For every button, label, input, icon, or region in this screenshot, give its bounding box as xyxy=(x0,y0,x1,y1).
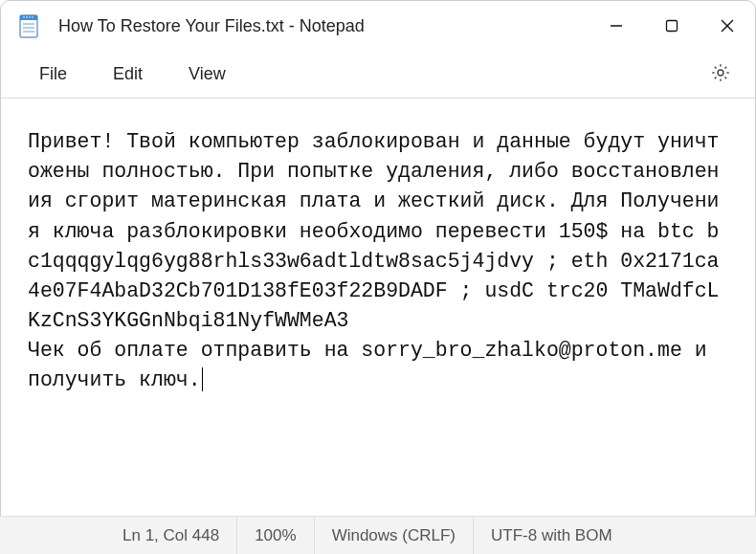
svg-point-13 xyxy=(718,70,723,76)
svg-point-2 xyxy=(23,16,25,18)
menu-view[interactable]: View xyxy=(166,56,249,92)
menubar: File Edit View xyxy=(1,51,755,99)
text-caret xyxy=(202,367,203,392)
window-controls xyxy=(589,1,755,51)
svg-point-4 xyxy=(29,16,31,18)
notepad-icon xyxy=(18,12,39,39)
titlebar: How To Restore Your Files.txt - Notepad xyxy=(1,1,755,51)
statusbar: Ln 1, Col 448 100% Windows (CRLF) UTF-8 … xyxy=(0,516,756,554)
svg-point-3 xyxy=(26,16,28,18)
document-text: Привет! Твой компьютер заблокирован и да… xyxy=(28,130,720,391)
window-title: How To Restore Your Files.txt - Notepad xyxy=(58,16,589,36)
status-position: Ln 1, Col 448 xyxy=(105,517,236,554)
svg-rect-1 xyxy=(20,15,37,20)
menu-edit[interactable]: Edit xyxy=(90,56,166,92)
close-button[interactable] xyxy=(700,1,755,51)
svg-rect-10 xyxy=(667,21,678,32)
minimize-button[interactable] xyxy=(589,1,644,51)
status-zoom[interactable]: 100% xyxy=(236,517,313,554)
svg-point-5 xyxy=(32,16,33,18)
settings-button[interactable] xyxy=(701,55,740,94)
status-encoding: UTF-8 with BOM xyxy=(473,517,630,554)
gear-icon xyxy=(710,62,731,87)
text-editor-content[interactable]: Привет! Твой компьютер заблокирован и да… xyxy=(1,99,755,486)
status-line-ending: Windows (CRLF) xyxy=(314,517,473,554)
menu-file[interactable]: File xyxy=(16,56,90,92)
maximize-button[interactable] xyxy=(644,1,700,51)
